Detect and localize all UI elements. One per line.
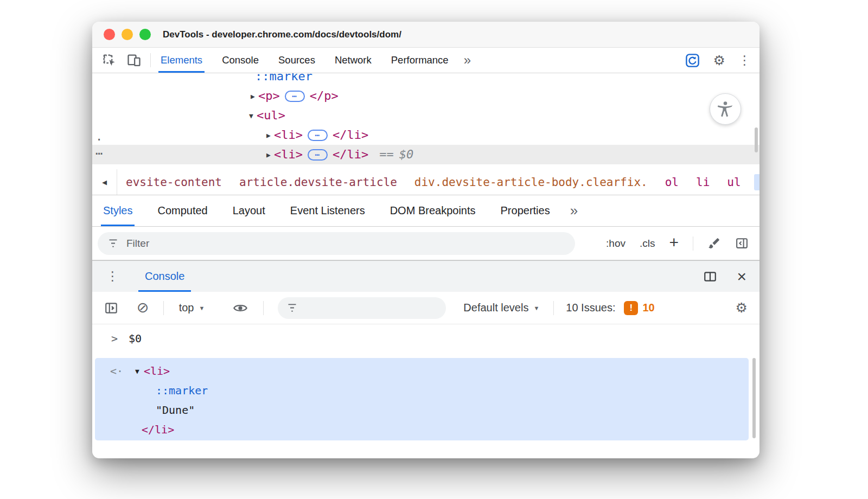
result-pseudo-marker: ::marker bbox=[156, 384, 208, 397]
collapse-arrow-icon[interactable]: ▼ bbox=[246, 106, 257, 126]
split-panel-icon[interactable] bbox=[703, 270, 717, 284]
tab-network[interactable]: Network bbox=[335, 48, 372, 73]
result-line-marker: ::marker bbox=[95, 381, 749, 400]
tab-computed[interactable]: Computed bbox=[157, 195, 207, 226]
breadcrumb-item[interactable]: ul bbox=[727, 176, 741, 189]
console-filter-field[interactable] bbox=[278, 297, 446, 319]
styles-filter-bar: :hov .cls + bbox=[92, 227, 760, 260]
toolbar-divider bbox=[150, 53, 151, 67]
tree-row-li-selected[interactable]: ▶<li>⋯</li>==$0 bbox=[92, 145, 760, 164]
extension-icon[interactable] bbox=[685, 53, 700, 68]
clipped-ellipsis-fragment: … bbox=[95, 144, 103, 157]
breadcrumb-back-icon[interactable]: ◀ bbox=[92, 169, 117, 195]
console-toolbar-divider bbox=[163, 301, 164, 315]
result-line-open: <·▼<li> bbox=[95, 361, 749, 381]
expand-arrow-icon[interactable]: ▶ bbox=[263, 126, 274, 145]
tree-row-pseudo-marker[interactable]: ::marker bbox=[92, 73, 760, 86]
ul-open-tag: <ul> bbox=[257, 108, 285, 122]
echo-expression: $0 bbox=[129, 332, 142, 345]
filter-funnel-icon bbox=[107, 238, 119, 249]
inline-expand-button[interactable]: ⋯ bbox=[308, 149, 328, 161]
result-line-text: "Dune" bbox=[95, 400, 749, 420]
console-toolbar: ⊘ top ▼ Default levels ▼ 10 Issues: ! 10… bbox=[92, 292, 760, 324]
tab-performance[interactable]: Performance bbox=[391, 48, 449, 73]
expand-arrow-icon[interactable]: ▶ bbox=[247, 87, 258, 106]
inline-expand-button[interactable]: ⋯ bbox=[308, 130, 328, 141]
styles-filter-input[interactable] bbox=[126, 238, 565, 250]
new-style-rule-button[interactable]: + bbox=[669, 234, 679, 251]
breadcrumb-item[interactable]: li bbox=[696, 176, 710, 189]
filter-funnel-icon bbox=[286, 302, 298, 314]
traffic-lights bbox=[104, 29, 151, 40]
console-drawer-header: ⋮ Console × bbox=[92, 260, 760, 292]
returned-value-icon: <· bbox=[110, 364, 123, 378]
li-close-tag: </li> bbox=[333, 128, 368, 142]
window-close-button[interactable] bbox=[104, 29, 115, 40]
styles-filter-field[interactable] bbox=[98, 232, 575, 255]
elements-scrollbar-thumb[interactable] bbox=[755, 127, 758, 152]
expand-arrow-icon[interactable]: ▶ bbox=[263, 145, 274, 165]
console-messages: > $0 <·▼<li> ::marker "Dune" </li> bbox=[92, 324, 760, 458]
clear-console-icon[interactable]: ⊘ bbox=[137, 300, 149, 315]
show-sidebar-icon[interactable] bbox=[735, 236, 749, 250]
tab-elements[interactable]: Elements bbox=[161, 48, 202, 73]
inline-expand-button[interactable]: ⋯ bbox=[285, 91, 305, 102]
toggle-class-button[interactable]: .cls bbox=[640, 238, 655, 250]
tab-console[interactable]: Console bbox=[222, 48, 259, 73]
console-result-selected[interactable]: <·▼<li> ::marker "Dune" </li> bbox=[95, 358, 749, 440]
window-minimize-button[interactable] bbox=[122, 29, 133, 40]
issues-badge-icon: ! bbox=[624, 301, 638, 315]
collapse-arrow-icon[interactable]: ▼ bbox=[135, 367, 139, 375]
titlebar: DevTools - developer.chrome.com/docs/dev… bbox=[92, 22, 760, 48]
eye-watch-icon[interactable] bbox=[233, 300, 248, 316]
tab-dom-breakpoints[interactable]: DOM Breakpoints bbox=[390, 195, 476, 226]
device-toolbar-icon[interactable] bbox=[126, 53, 142, 68]
console-scrollbar-thumb[interactable] bbox=[752, 358, 756, 438]
close-drawer-icon[interactable]: × bbox=[737, 268, 746, 285]
drawer-menu-kebab-icon[interactable]: ⋮ bbox=[106, 269, 119, 284]
breadcrumb-item[interactable]: article.devsite-article bbox=[239, 176, 397, 189]
console-settings-gear-icon[interactable]: ⚙ bbox=[736, 301, 748, 315]
inspect-element-icon[interactable] bbox=[102, 53, 117, 68]
result-li-open-tag: <li> bbox=[144, 364, 170, 378]
prompt-chevron-icon: > bbox=[111, 332, 118, 345]
default-levels-selector[interactable]: Default levels bbox=[463, 302, 528, 314]
toggle-hover-state-button[interactable]: :hov bbox=[606, 238, 626, 250]
breadcrumb: ◀ evsite-content article.devsite-article… bbox=[92, 169, 760, 195]
more-panels-icon[interactable]: » bbox=[570, 202, 577, 219]
chevron-down-icon: ▼ bbox=[199, 305, 205, 311]
main-toolbar: Elements Console Sources Network Perform… bbox=[92, 48, 760, 73]
tab-event-listeners[interactable]: Event Listeners bbox=[290, 195, 365, 226]
settings-gear-icon[interactable]: ⚙ bbox=[713, 54, 725, 67]
tab-properties[interactable]: Properties bbox=[501, 195, 550, 226]
elements-dom-tree: ::marker ▶<p>⋯</p> ▼<ul> ▶<li>⋯</li> ▶<l… bbox=[92, 73, 760, 169]
p-open-tag: <p> bbox=[258, 89, 280, 103]
drawer-tab-console[interactable]: Console bbox=[138, 261, 191, 292]
result-text-node: "Dune" bbox=[156, 404, 195, 417]
accessibility-fab[interactable] bbox=[710, 93, 741, 125]
styles-tab-bar: Styles Computed Layout Event Listeners D… bbox=[92, 195, 760, 227]
breadcrumb-item[interactable]: ol bbox=[665, 176, 679, 189]
rendering-brush-icon[interactable] bbox=[707, 236, 721, 250]
context-selector[interactable]: top bbox=[179, 302, 194, 314]
tree-row-p[interactable]: ▶<p>⋯</p> bbox=[92, 86, 760, 106]
console-filter-input[interactable] bbox=[304, 302, 437, 314]
issues-label[interactable]: 10 Issues: bbox=[566, 302, 615, 314]
tree-row-ul[interactable]: ▼<ul> bbox=[92, 106, 760, 125]
clipped-text-fragment: . bbox=[95, 130, 103, 143]
breadcrumb-item[interactable]: evsite-content bbox=[126, 176, 222, 189]
breadcrumb-item-selected[interactable]: li bbox=[754, 174, 760, 190]
window-title: DevTools - developer.chrome.com/docs/dev… bbox=[163, 29, 401, 40]
tab-layout[interactable]: Layout bbox=[233, 195, 265, 226]
tab-styles[interactable]: Styles bbox=[103, 195, 132, 226]
devtools-menu-kebab-icon[interactable]: ⋮ bbox=[738, 54, 751, 67]
tree-row-li-1[interactable]: ▶<li>⋯</li> bbox=[92, 125, 760, 145]
breadcrumb-item[interactable]: div.devsite-article-body.clearfix. bbox=[414, 176, 648, 189]
li-open-tag: <li> bbox=[274, 128, 303, 142]
window-zoom-button[interactable] bbox=[139, 29, 151, 40]
console-sidebar-icon[interactable] bbox=[104, 301, 118, 315]
more-tabs-icon[interactable]: » bbox=[464, 53, 471, 68]
console-echo-line: > $0 bbox=[111, 332, 142, 345]
tab-sources[interactable]: Sources bbox=[278, 48, 315, 73]
dollar0-annotation: ==$0 bbox=[379, 148, 413, 161]
